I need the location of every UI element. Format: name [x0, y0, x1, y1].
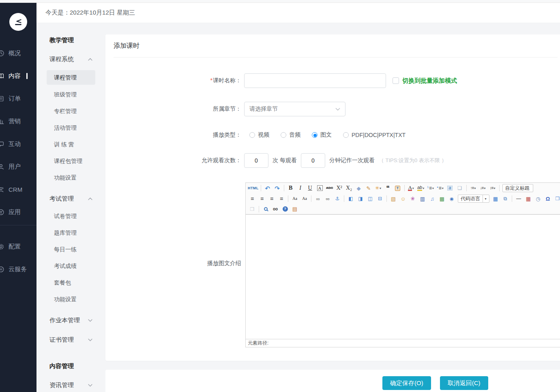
menu-item-function-settings-2[interactable]: 功能设置 [36, 291, 105, 308]
superscript-icon[interactable]: X² [335, 184, 344, 193]
case-upper-icon[interactable]: Aa [290, 194, 299, 203]
new-page-icon[interactable]: ❏ [455, 184, 464, 193]
radio-imagetext[interactable]: 图文 [312, 131, 332, 139]
font-border-icon[interactable]: A [315, 184, 324, 193]
image-block-icon[interactable]: ⊟ [375, 194, 384, 203]
font-color-icon[interactable]: A▾ [407, 184, 416, 193]
menu-item-training-camp[interactable]: 训 练 营 [36, 136, 105, 153]
italic-icon[interactable]: I [296, 184, 305, 193]
image-float-left-icon[interactable]: ◧ [346, 194, 355, 203]
paragraph-after-spacing-icon[interactable]: ↓≡▾ [478, 184, 487, 193]
redo-icon[interactable]: ↷ [273, 184, 282, 193]
case-lower-icon[interactable]: Aa [300, 194, 309, 203]
insert-video-icon[interactable]: ▥ [418, 194, 427, 203]
anchor-name-icon[interactable]: a [446, 184, 455, 193]
sidebar-item-interaction[interactable]: 互动 [0, 133, 36, 155]
unlink-icon[interactable]: ∞ [323, 194, 332, 203]
watch-minutes-input[interactable] [301, 153, 325, 168]
insert-date-icon[interactable]: ▦ [524, 194, 533, 203]
help-icon[interactable]: ? [281, 205, 290, 214]
template-icon[interactable]: ❒ [248, 205, 257, 214]
chapter-select[interactable]: 请选择章节 [244, 102, 345, 116]
menu-item-function-settings[interactable]: 功能设置 [36, 169, 105, 186]
insert-flash-icon[interactable]: ◉ [447, 194, 456, 203]
blockquote-icon[interactable]: ❝ [384, 184, 393, 193]
menu-item-exam-manage[interactable]: 考试管理 [36, 189, 105, 208]
eraser-icon[interactable]: ◆ [354, 184, 363, 193]
ordered-list-icon[interactable]: ≡▾ [426, 184, 435, 193]
menu-item-activity-manage[interactable]: 活动管理 [36, 120, 105, 136]
watch-count-input[interactable] [244, 153, 268, 168]
sidebar-item-content[interactable]: 内容 [0, 64, 36, 87]
image-center-icon[interactable]: ◫ [366, 194, 375, 203]
radio-video[interactable]: 视频 [249, 131, 269, 139]
special-chars-icon[interactable]: Ω [543, 194, 552, 203]
sidebar-item-overview[interactable]: 概况 [0, 42, 36, 64]
subscript-icon[interactable]: X₂ [345, 184, 354, 193]
code-language-select[interactable]: 代码语言▾ [458, 195, 489, 203]
insert-image-icon[interactable]: ▧ [389, 194, 398, 203]
app-logo[interactable] [9, 13, 27, 31]
save-button[interactable]: 确定保存(O) [382, 376, 431, 390]
menu-item-homework-manage[interactable]: 作业本管理 [36, 311, 105, 330]
horizontal-rule-icon[interactable]: — [514, 194, 523, 203]
paste-as-text-icon[interactable]: T [393, 184, 402, 193]
emotion-icon[interactable]: ☺ [399, 194, 408, 203]
sidebar-item-crm[interactable]: CRM [0, 178, 36, 201]
scrawl-icon[interactable]: ❀ [408, 194, 417, 203]
radio-document[interactable]: PDF|DOC|PPTX|TXT [343, 132, 406, 138]
text-highlight-icon[interactable]: ab▾ [416, 184, 425, 193]
menu-item-class-manage[interactable]: 班级管理 [36, 86, 105, 103]
align-left-icon[interactable]: ≡ [248, 194, 257, 203]
pie-icon [0, 50, 4, 57]
line-height-icon[interactable]: ↕≡▾ [488, 184, 497, 193]
insert-map-icon[interactable]: ▩ [438, 194, 446, 203]
html-source-icon[interactable]: HTML [248, 184, 259, 193]
insert-table-icon[interactable]: ▦ [491, 194, 500, 203]
cancel-button[interactable]: 取消返回(C) [440, 376, 488, 390]
menu-item-meal-package[interactable]: 套餐包 [36, 274, 105, 291]
menu-item-column-manage[interactable]: 专栏管理 [36, 103, 105, 120]
menu-item-question-bank[interactable]: 题库管理 [36, 225, 105, 241]
sidebar-item-users[interactable]: 用户 [0, 155, 36, 178]
menu-item-course-manage[interactable]: 课程管理 [47, 70, 95, 85]
sidebar-item-cloud[interactable]: 云服务 [0, 258, 36, 281]
batch-mode-checkbox[interactable] [393, 77, 399, 84]
menu-item-daily-practice[interactable]: 每日一练 [36, 241, 105, 258]
align-center-icon[interactable]: ≡ [257, 194, 266, 203]
sidebar-item-orders[interactable]: 订单 [0, 87, 36, 110]
menu-item-exam-results[interactable]: 考试成绩 [36, 258, 105, 274]
custom-title-select[interactable]: 自定义标题 [502, 184, 533, 192]
paragraph-before-spacing-icon[interactable]: ↑≡▾ [469, 184, 478, 193]
sidebar-item-config[interactable]: 配置 [0, 235, 36, 258]
menu-item-course-system[interactable]: 课程系统 [36, 50, 105, 69]
format-brush-icon[interactable]: ✎ [364, 184, 373, 193]
align-right-icon[interactable]: ≡ [267, 194, 276, 203]
radio-audio[interactable]: 音频 [281, 131, 300, 139]
align-justify-icon[interactable]: ≡ [277, 194, 286, 203]
search-replace-icon[interactable]: oo [271, 205, 280, 214]
sidebar-item-apps[interactable]: 应用 [0, 201, 36, 223]
insert-doc-icon[interactable]: ❒ [553, 194, 560, 203]
preview-icon[interactable] [261, 205, 270, 214]
insert-time-icon[interactable]: ◷ [534, 194, 543, 203]
lesson-name-input[interactable] [244, 73, 386, 88]
insert-music-icon[interactable]: ♫ [428, 194, 437, 203]
image-float-right-icon[interactable]: ◨ [356, 194, 365, 203]
bold-icon[interactable]: B [286, 184, 295, 193]
underline-icon[interactable]: U [306, 184, 315, 193]
menu-item-certificate-manage[interactable]: 证书管理 [36, 330, 105, 349]
sidebar-item-marketing[interactable]: 营销 [0, 110, 36, 133]
screenshot-icon[interactable]: ⧉ [501, 194, 510, 203]
strikethrough-icon[interactable]: ABC [325, 184, 334, 193]
auto-typeset-icon[interactable]: ✳▾ [374, 184, 383, 193]
unordered-list-icon[interactable]: ≡▾ [436, 184, 445, 193]
menu-item-paper-manage[interactable]: 试卷管理 [36, 208, 105, 225]
anchor-icon[interactable]: ⚓ [333, 194, 342, 203]
menu-item-news-manage[interactable]: 资讯管理 [36, 376, 105, 392]
menu-item-course-package[interactable]: 课程包管理 [36, 153, 105, 169]
paste-icon[interactable]: ▤ [290, 205, 299, 214]
undo-icon[interactable]: ↶ [263, 184, 272, 193]
link-icon[interactable]: ∞ [313, 194, 322, 203]
editor-content[interactable] [246, 214, 560, 339]
